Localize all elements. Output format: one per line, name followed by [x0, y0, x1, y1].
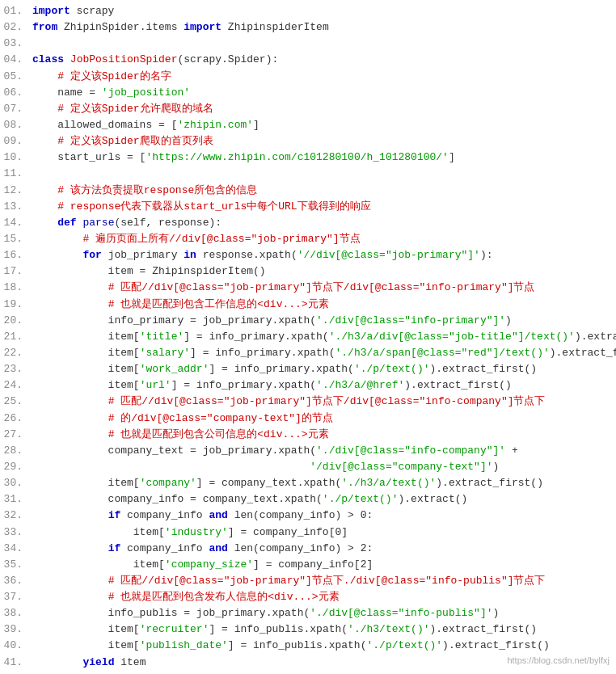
line-number: 26.: [0, 411, 29, 427]
line-content: start_urls = ['https://www.zhipin.com/c1…: [29, 150, 616, 166]
line-number: 09.: [0, 133, 29, 150]
table-row: 15. # 遍历页面上所有//div[@class="job-primary"]…: [0, 231, 616, 247]
line-content: # 定义该Spider爬取的首页列表: [29, 133, 616, 150]
line-number: 28.: [0, 443, 29, 459]
table-row: 33. item['industry'] = company_info[0]: [0, 524, 616, 541]
table-row: 27. # 也就是匹配到包含公司信息的<div...>元素: [0, 427, 616, 443]
code-lines: 01.import scrapy02.from ZhipinSpider.ite…: [0, 3, 616, 671]
line-number: 20.: [0, 313, 29, 329]
line-content: def parse(self, response):: [29, 215, 616, 231]
line-number: 08.: [0, 117, 29, 133]
line-number: 37.: [0, 589, 29, 605]
watermark: https://blog.csdn.net/bylfxj: [507, 654, 610, 668]
table-row: 29. '/div[@class="company-text"]'): [0, 459, 616, 475]
line-number: 38.: [0, 605, 29, 621]
table-row: 07. # 定义该Spider允许爬取的域名: [0, 101, 616, 117]
line-content: info_publis = job_primary.xpath('./div[@…: [29, 605, 616, 621]
table-row: 18. # 匹配//div[@class="job-primary"]节点下/d…: [0, 280, 616, 296]
line-content: # response代表下载器从start_urls中每个URL下载得到的响应: [29, 199, 616, 215]
line-content: item['salary'] = info_primary.xpath('./h…: [29, 345, 616, 361]
code-editor: 01.import scrapy02.from ZhipinSpider.ite…: [0, 0, 616, 674]
table-row: 13. # response代表下载器从start_urls中每个URL下载得到…: [0, 199, 616, 215]
table-row: 35. item['company_size'] = company_info[…: [0, 557, 616, 573]
table-row: 21. item['title'] = info_primary.xpath('…: [0, 329, 616, 345]
table-row: 06. name = 'job_position': [0, 85, 616, 101]
line-content: company_info = company_text.xpath('./p/t…: [29, 491, 616, 508]
line-content: if company_info and len(company_info) > …: [29, 541, 616, 557]
line-content: item['company_size'] = company_info[2]: [29, 557, 616, 573]
table-row: 01.import scrapy: [0, 3, 616, 19]
line-content: item = ZhipinspiderItem(): [29, 263, 616, 280]
table-row: 28. company_text = job_primary.xpath('./…: [0, 443, 616, 459]
line-number: 24.: [0, 377, 29, 394]
line-number: 13.: [0, 199, 29, 215]
line-content: # 定义该Spider的名字: [29, 69, 616, 85]
line-content: # 也就是匹配到包含工作信息的<div...>元素: [29, 297, 616, 313]
table-row: 31. company_info = company_text.xpath('.…: [0, 491, 616, 508]
line-content: # 匹配//div[@class="job-primary"]节点下/div[@…: [29, 394, 616, 410]
line-content: from ZhipinSpider.items import Zhipinspi…: [29, 19, 616, 36]
line-number: 10.: [0, 150, 29, 166]
line-number: 29.: [0, 459, 29, 475]
line-content: # 的/div[@class="company-text"]的节点: [29, 411, 616, 427]
table-row: 05. # 定义该Spider的名字: [0, 69, 616, 85]
line-number: 27.: [0, 427, 29, 443]
line-content: item['publish_date'] = info_publis.xpath…: [29, 638, 616, 654]
table-row: 32. if company_info and len(company_info…: [0, 508, 616, 524]
line-number: 34.: [0, 541, 29, 557]
line-content: # 也就是匹配到包含发布人信息的<div...>元素: [29, 589, 616, 605]
line-number: 23.: [0, 361, 29, 377]
table-row: 10. start_urls = ['https://www.zhipin.co…: [0, 150, 616, 166]
line-content: for job_primary in response.xpath('//div…: [29, 247, 616, 263]
line-number: 14.: [0, 215, 29, 231]
line-content: if company_info and len(company_info) > …: [29, 508, 616, 524]
line-number: 36.: [0, 573, 29, 589]
line-number: 22.: [0, 345, 29, 361]
table-row: 26. # 的/div[@class="company-text"]的节点: [0, 411, 616, 427]
table-row: 11.: [0, 166, 616, 182]
table-row: 16. for job_primary in response.xpath('/…: [0, 247, 616, 263]
line-number: 18.: [0, 280, 29, 296]
line-number: 25.: [0, 394, 29, 410]
table-row: 20. info_primary = job_primary.xpath('./…: [0, 313, 616, 329]
line-content: # 遍历页面上所有//div[@class="job-primary"]节点: [29, 231, 616, 247]
line-number: 35.: [0, 557, 29, 573]
line-number: 21.: [0, 329, 29, 345]
table-row: 08. allowed_domains = ['zhipin.com']: [0, 117, 616, 133]
table-row: 19. # 也就是匹配到包含工作信息的<div...>元素: [0, 297, 616, 313]
table-row: 02.from ZhipinSpider.items import Zhipin…: [0, 19, 616, 36]
line-content: # 该方法负责提取response所包含的信息: [29, 183, 616, 199]
line-number: 16.: [0, 247, 29, 263]
line-number: 17.: [0, 263, 29, 280]
table-row: 04.class JobPositionSpider(scrapy.Spider…: [0, 52, 616, 68]
table-row: 30. item['company'] = company_text.xpath…: [0, 475, 616, 491]
table-row: 38. info_publis = job_primary.xpath('./d…: [0, 605, 616, 621]
line-content: item['url'] = info_primary.xpath('./h3/a…: [29, 377, 616, 394]
table-row: 09. # 定义该Spider爬取的首页列表: [0, 133, 616, 150]
table-row: 40. item['publish_date'] = info_publis.x…: [0, 638, 616, 654]
table-row: 12. # 该方法负责提取response所包含的信息: [0, 183, 616, 199]
table-row: 25. # 匹配//div[@class="job-primary"]节点下/d…: [0, 394, 616, 410]
line-number: 41.: [0, 655, 29, 671]
table-row: 37. # 也就是匹配到包含发布人信息的<div...>元素: [0, 589, 616, 605]
line-content: item['company'] = company_text.xpath('./…: [29, 475, 616, 491]
line-number: 06.: [0, 85, 29, 101]
line-number: 07.: [0, 101, 29, 117]
line-number: 11.: [0, 166, 29, 182]
line-number: 33.: [0, 524, 29, 541]
table-row: 03.: [0, 36, 616, 52]
line-number: 12.: [0, 183, 29, 199]
line-number: 39.: [0, 621, 29, 638]
line-content: item['industry'] = company_info[0]: [29, 524, 616, 541]
line-number: 04.: [0, 52, 29, 68]
line-number: 32.: [0, 508, 29, 524]
line-content: item['work_addr'] = info_primary.xpath('…: [29, 361, 616, 377]
line-number: 02.: [0, 19, 29, 36]
line-content: import scrapy: [29, 3, 616, 19]
line-number: 03.: [0, 36, 29, 52]
line-content: # 匹配//div[@class="job-primary"]节点下./div[…: [29, 573, 616, 589]
line-content: item['title'] = info_primary.xpath('./h3…: [29, 329, 616, 345]
line-content: class JobPositionSpider(scrapy.Spider):: [29, 52, 616, 68]
table-row: 34. if company_info and len(company_info…: [0, 541, 616, 557]
line-content: # 匹配//div[@class="job-primary"]节点下/div[@…: [29, 280, 616, 296]
